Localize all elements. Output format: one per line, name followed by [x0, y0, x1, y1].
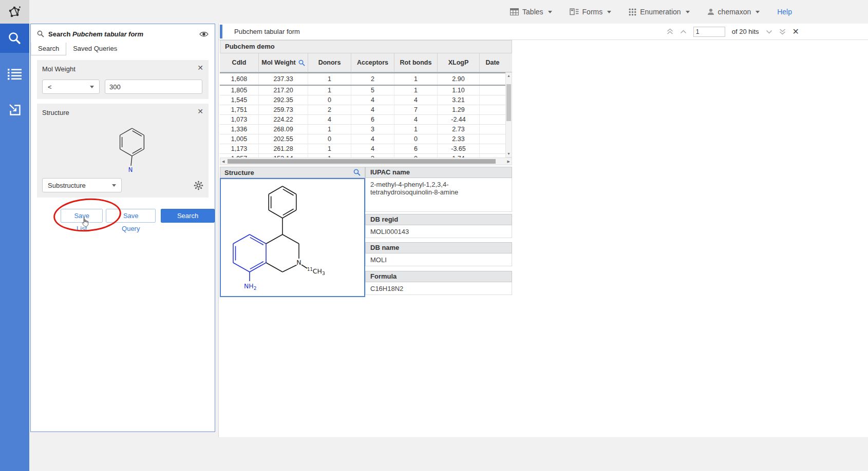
menu-tables[interactable]: Tables	[510, 8, 552, 16]
query-nitrogen-label: N	[128, 166, 133, 173]
hit-number-input[interactable]	[693, 27, 725, 37]
dots-grid-icon	[629, 8, 636, 16]
grid-cell: 4	[394, 95, 438, 105]
close-icon[interactable]: ✕	[197, 108, 203, 115]
grid-cell: 2.90	[438, 73, 480, 85]
search-icon	[8, 31, 22, 45]
menu-user[interactable]: chemaxon	[707, 8, 760, 16]
table-row[interactable]: 1,608237.331212.90	[220, 72, 512, 86]
menu-forms[interactable]: Forms	[570, 8, 612, 16]
vertical-scrollbar[interactable]: ▲ ▼	[505, 72, 512, 158]
scroll-right-arrow[interactable]: ▶	[507, 159, 510, 164]
preview-eye-button[interactable]	[199, 31, 209, 37]
field-value: MOLI000143	[365, 225, 512, 238]
scroll-up-arrow[interactable]: ▲	[506, 73, 512, 78]
grid-cell: 1	[308, 125, 351, 134]
table-row[interactable]: 1,805217.201511.10	[220, 86, 512, 95]
column-search-icon[interactable]	[298, 60, 305, 66]
search-type-select[interactable]: Substructure	[42, 178, 122, 192]
first-hit-button[interactable]	[667, 28, 673, 35]
export-icon	[8, 104, 22, 116]
grid-body: 1,608237.331212.901,805217.201511.101,54…	[220, 72, 512, 164]
grid-cell: 3.21	[438, 95, 480, 105]
column-header-acceptors[interactable]: Acceptors	[351, 53, 394, 72]
tab-saved-queries[interactable]: Saved Queries	[66, 43, 124, 55]
close-icon[interactable]: ✕	[197, 64, 203, 71]
close-form-button[interactable]: ✕	[792, 28, 799, 36]
grid-cell: 1,751	[220, 105, 259, 114]
chevron-down-icon	[686, 11, 690, 13]
menu-enumeration[interactable]: Enumeration	[629, 8, 689, 16]
grid-cell: 1	[308, 86, 351, 95]
structure-label: Structure	[42, 109, 203, 116]
help-link[interactable]: Help	[777, 8, 792, 16]
grid-title: Pubchem demo	[220, 40, 512, 53]
table-row[interactable]: 1,005202.550402.33	[220, 134, 512, 144]
column-header-mol-weight[interactable]: Mol Weight	[259, 53, 308, 72]
tab-search[interactable]: Search	[31, 43, 66, 55]
double-chevron-down-icon	[779, 28, 786, 35]
search-again-button[interactable]: Search Again	[161, 209, 215, 223]
column-header-rot-bonds[interactable]: Rot bonds	[394, 53, 438, 72]
left-toolbar	[0, 24, 29, 471]
grid-cell: 1,073	[220, 115, 259, 124]
grid-cell: 3	[351, 125, 394, 134]
horizontal-scroll-thumb[interactable]	[228, 159, 496, 164]
vertical-scroll-thumb[interactable]	[506, 84, 511, 121]
table-row[interactable]: 1,073224.22464-2.44	[220, 115, 512, 125]
save-query-button[interactable]: Save Query	[106, 209, 156, 223]
grid-cell: 2.73	[438, 125, 480, 134]
horizontal-scrollbar[interactable]: ◀ ▶	[220, 158, 512, 165]
search-panel-header: Search Pubchem tabular form	[31, 24, 215, 42]
sidebar-export-button[interactable]	[0, 95, 29, 125]
column-header-date[interactable]: Date	[480, 53, 505, 72]
search-panel: Search Pubchem tabular form Search Saved…	[30, 24, 215, 432]
scroll-down-arrow[interactable]: ▼	[506, 151, 512, 156]
grid-cell: 1,336	[220, 125, 259, 134]
double-chevron-up-icon	[667, 28, 673, 35]
scroll-left-arrow[interactable]: ◀	[222, 159, 224, 164]
structure-search-icon[interactable]	[353, 169, 361, 176]
grid-cell: 259.73	[259, 105, 308, 114]
column-header-xlogp[interactable]: XLogP	[438, 53, 480, 72]
table-row[interactable]: 1,545292.350443.21	[220, 95, 512, 105]
previous-hit-button[interactable]	[680, 30, 687, 34]
next-hit-button[interactable]	[766, 30, 772, 34]
grid-cell	[480, 95, 505, 105]
field-label: IUPAC name	[365, 167, 512, 178]
grid-cell: -2.44	[438, 115, 480, 124]
grid-cell	[480, 125, 505, 134]
grid-cell: 261.28	[259, 144, 308, 153]
menu-forms-label: Forms	[582, 8, 603, 16]
structure-options-button[interactable]	[194, 181, 203, 190]
grid-cell: 2	[308, 105, 351, 114]
table-row[interactable]: 1,751259.732471.29	[220, 105, 512, 115]
eye-icon	[199, 31, 209, 37]
title-accent-bar	[220, 25, 222, 38]
grid-cell	[480, 86, 505, 95]
hit-molecule: N 11CH3 NH2	[221, 179, 364, 296]
column-header-cdid[interactable]: CdId	[220, 53, 259, 72]
mol-weight-input[interactable]	[105, 80, 202, 94]
sidebar-list-button[interactable]	[0, 60, 29, 89]
query-structure-canvas[interactable]: N	[42, 119, 203, 176]
table-row[interactable]: 1,336268.091312.73	[220, 125, 512, 134]
app-logo-button[interactable]	[0, 0, 29, 24]
grid-cell: 2.33	[438, 134, 480, 144]
grid-cell: 237.33	[259, 73, 308, 85]
column-header-donors[interactable]: Donors	[308, 53, 351, 72]
field-db-regid: DB regid MOLI000143	[365, 214, 512, 238]
grid-cell: 268.09	[259, 125, 308, 134]
sidebar-search-button[interactable]	[0, 24, 29, 53]
grid-cell: 202.55	[259, 134, 308, 144]
grid-cell: 4	[351, 134, 394, 144]
field-value: MOLI	[365, 253, 512, 266]
grid-cell: 1.29	[438, 105, 480, 114]
grid-cell	[480, 73, 505, 85]
table-row[interactable]: 1,173261.28146-3.65	[220, 144, 512, 154]
grid-cell: 1,005	[220, 134, 259, 144]
save-list-button[interactable]: Save List	[61, 209, 103, 223]
last-hit-button[interactable]	[779, 28, 786, 35]
hit-structure-canvas[interactable]: N 11CH3 NH2	[220, 178, 365, 297]
operator-select[interactable]: <	[42, 80, 100, 94]
